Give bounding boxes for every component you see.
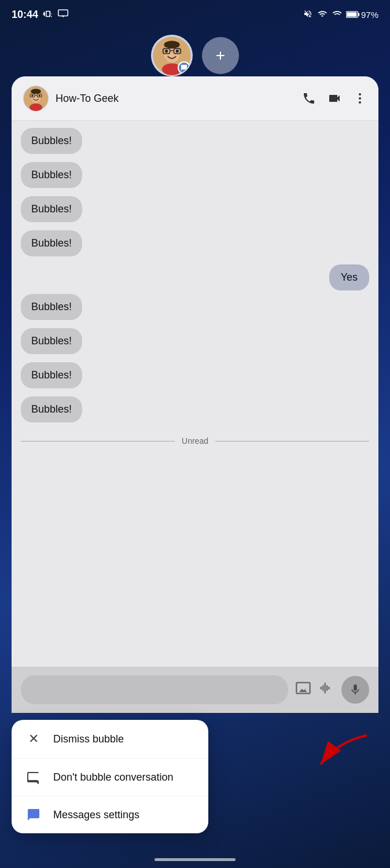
dismiss-icon: ✕ [25, 731, 42, 746]
more-icon[interactable] [353, 91, 367, 105]
dismiss-label: Dismiss bubble [53, 733, 124, 745]
video-icon[interactable] [328, 91, 341, 105]
svg-point-22 [38, 94, 40, 96]
list-item: Bubbles! [21, 362, 82, 388]
table-row: Bubbles! [21, 128, 369, 159]
image-icon[interactable] [295, 680, 311, 700]
list-item: Yes [329, 264, 369, 290]
dismiss-bubble-item[interactable]: ✕ Dismiss bubble [12, 720, 208, 759]
list-item: Bubbles! [21, 128, 82, 154]
list-item: Bubbles! [21, 196, 82, 222]
table-row: Bubbles! [21, 230, 369, 261]
svg-point-26 [359, 97, 361, 100]
mute-icon [303, 9, 312, 20]
contact-bubble[interactable] [151, 35, 193, 76]
signal-icon [332, 9, 341, 20]
svg-point-12 [165, 50, 168, 53]
dont-bubble-label: Don't bubble conversation [53, 771, 174, 784]
svg-point-21 [31, 94, 33, 96]
list-item: Bubbles! [21, 294, 82, 320]
svg-point-25 [359, 93, 361, 95]
svg-point-13 [176, 50, 179, 53]
svg-point-24 [30, 104, 42, 111]
vibrate-icon [43, 9, 53, 21]
add-bubble-button[interactable]: + [202, 37, 239, 74]
chat-header: How-To Geek [12, 76, 378, 121]
svg-rect-5 [347, 12, 356, 17]
battery-icon: 97% [346, 10, 378, 20]
input-bar [12, 667, 378, 713]
list-item: Bubbles! [21, 230, 82, 256]
table-row: Bubbles! [21, 362, 369, 393]
table-row: Bubbles! [21, 294, 369, 325]
svg-rect-4 [358, 13, 360, 16]
home-indicator[interactable] [154, 858, 236, 861]
screen-icon [58, 9, 68, 20]
contact-avatar [23, 86, 49, 111]
mic-button[interactable] [341, 676, 369, 704]
dont-bubble-item[interactable]: Don't bubble conversation [12, 759, 208, 796]
messages-area[interactable]: Bubbles! Bubbles! Bubbles! Bubbles! Yes … [12, 121, 378, 665]
svg-point-23 [31, 89, 41, 94]
svg-point-27 [359, 101, 361, 104]
phone-icon[interactable] [302, 91, 316, 105]
unread-label: Unread [182, 436, 208, 446]
status-left: 10:44 [12, 9, 68, 21]
dont-bubble-icon [25, 770, 42, 784]
svg-rect-0 [58, 10, 68, 16]
messages-settings-item[interactable]: Messages settings [12, 796, 208, 833]
table-row: Bubbles! [21, 162, 369, 193]
svg-point-14 [164, 41, 179, 49]
list-item: Bubbles! [21, 396, 82, 422]
chat-window: How-To Geek Bubbles! Bubbles! Bubbles! B… [12, 76, 378, 713]
unread-line-left [21, 441, 175, 442]
table-row: Bubbles! [21, 328, 369, 359]
status-right: 97% [303, 9, 378, 20]
list-item: Bubbles! [21, 162, 82, 188]
audio-waves-icon[interactable] [318, 680, 334, 700]
annotation-arrow [303, 730, 373, 778]
bubble-badge [178, 61, 190, 74]
status-bar: 10:44 97% [0, 0, 390, 29]
chat-header-icons [302, 91, 367, 105]
list-item: Bubbles! [21, 328, 82, 354]
message-input[interactable] [21, 675, 288, 704]
messages-settings-label: Messages settings [53, 809, 139, 821]
bubble-area: + [0, 29, 390, 76]
table-row: Yes [21, 264, 369, 290]
unread-divider: Unread [21, 436, 369, 446]
context-menu: ✕ Dismiss bubble Don't bubble conversati… [12, 720, 208, 833]
table-row: Bubbles! [21, 196, 369, 227]
table-row: Bubbles! [21, 396, 369, 427]
messages-settings-icon [25, 808, 42, 822]
contact-name: How-To Geek [56, 93, 295, 105]
unread-line-right [215, 441, 369, 442]
wifi-icon [317, 9, 328, 20]
status-time: 10:44 [12, 9, 38, 21]
